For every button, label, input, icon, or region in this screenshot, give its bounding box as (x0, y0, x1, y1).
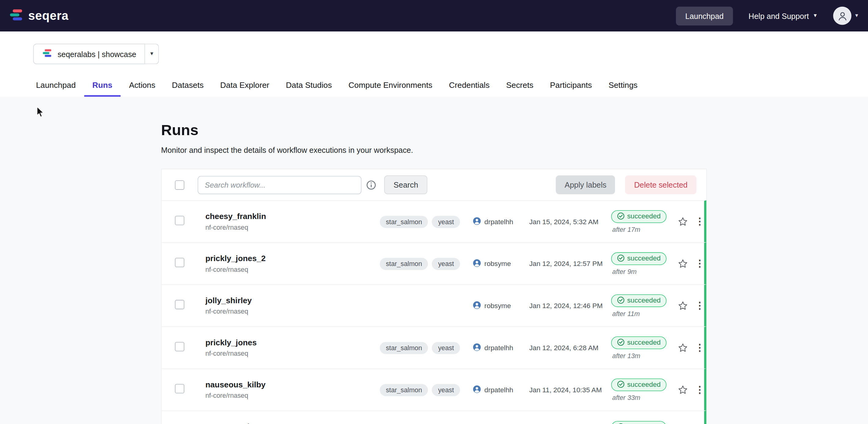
run-checkbox[interactable] (175, 258, 184, 267)
run-duration: after 13m (612, 352, 640, 359)
star-button[interactable] (673, 258, 692, 269)
tab-participants[interactable]: Participants (542, 75, 600, 97)
run-name[interactable]: prickly_jones_2 (206, 254, 380, 263)
run-label-pill: star_salmon (380, 341, 428, 354)
run-row[interactable]: nauseous_kilby nf-core/rnaseq star_salmo… (162, 368, 707, 411)
tab-credentials[interactable]: Credentials (441, 75, 498, 97)
search-input[interactable] (198, 176, 362, 194)
star-icon (677, 385, 688, 395)
row-menu-button[interactable]: ⋮ (692, 217, 708, 226)
run-status-cell: succeeded (611, 421, 673, 424)
run-user-cell: robsyme (473, 259, 529, 269)
help-and-support-label: Help and Support (749, 11, 809, 20)
run-duration: after 33m (612, 394, 640, 401)
search-button[interactable]: Search (384, 175, 428, 194)
run-user-cell: robsyme (473, 301, 529, 311)
run-user-name: drpatelhh (484, 386, 513, 393)
user-circle-icon (473, 301, 481, 311)
workspace-name: seqeralabs | showcase (58, 50, 136, 58)
run-label-pill: yeast (432, 215, 460, 228)
kebab-menu-icon: ⋮ (695, 259, 705, 268)
run-row[interactable]: prickly_jones_2 nf-core/rnaseq star_salm… (162, 242, 707, 284)
run-user-cell: drpatelhh (473, 343, 529, 353)
chevron-down-icon: ▼ (149, 52, 154, 57)
run-date: Jan 12, 2024, 12:46 PM (529, 302, 611, 309)
run-row[interactable]: nauseous_jones nf-core/rnaseq star_salmo… (162, 411, 707, 424)
run-name[interactable]: nauseous_kilby (206, 380, 380, 389)
page-subtitle: Monitor and inspect the details of workf… (161, 145, 868, 154)
star-button[interactable] (673, 216, 692, 227)
status-badge: succeeded (611, 421, 666, 424)
main-content: Runs Monitor and inspect the details of … (0, 97, 868, 424)
user-circle-icon (473, 259, 481, 269)
workspace-dropdown-button[interactable]: ▼ (145, 44, 159, 64)
run-pipeline: nf-core/rnaseq (206, 266, 380, 273)
run-date: Jan 11, 2024, 10:35 AM (529, 386, 611, 393)
run-main-cell: prickly_jones_2 nf-core/rnaseq (206, 254, 380, 273)
workspace-logo-icon (42, 48, 52, 60)
run-user-name: drpatelhh (484, 218, 513, 225)
run-checkbox[interactable] (175, 216, 184, 225)
workspace-selector-main[interactable]: seqeralabs | showcase (33, 44, 145, 64)
select-all-checkbox[interactable] (175, 180, 184, 189)
run-name[interactable]: cheesy_franklin (206, 212, 380, 221)
star-icon (677, 300, 688, 311)
launchpad-button[interactable]: Launchpad (676, 6, 733, 25)
run-label-pill: star_salmon (380, 384, 428, 396)
app-root: seqera Launchpad Help and Support ▼ ▼ (0, 0, 868, 424)
run-name[interactable]: jolly_shirley (206, 296, 380, 305)
row-menu-button[interactable]: ⋮ (692, 259, 708, 268)
top-navbar: seqera Launchpad Help and Support ▼ ▼ (0, 0, 868, 31)
info-icon[interactable] (367, 180, 376, 189)
tab-data-explorer[interactable]: Data Explorer (212, 75, 277, 97)
status-badge: succeeded (611, 210, 666, 223)
run-main-cell: prickly_jones nf-core/rnaseq (206, 338, 380, 357)
run-checkbox[interactable] (175, 384, 184, 393)
run-pipeline: nf-core/rnaseq (206, 224, 380, 231)
status-label: succeeded (627, 254, 661, 262)
seqera-logo-icon (9, 7, 23, 24)
run-checkbox-cell (175, 342, 206, 354)
kebab-menu-icon: ⋮ (695, 385, 705, 394)
user-menu[interactable]: ▼ (833, 7, 859, 25)
tab-runs[interactable]: Runs (84, 75, 121, 97)
apply-labels-button[interactable]: Apply labels (556, 175, 615, 194)
kebab-menu-icon: ⋮ (695, 343, 705, 353)
run-duration: after 17m (612, 225, 640, 233)
star-button[interactable] (673, 385, 692, 395)
run-status-cell: succeeded after 17m (611, 210, 673, 233)
status-label: succeeded (627, 380, 661, 388)
tab-actions[interactable]: Actions (121, 75, 163, 97)
run-row[interactable]: cheesy_franklin nf-core/rnaseq star_salm… (162, 200, 707, 242)
run-labels: star_salmonyeast (380, 341, 473, 354)
tab-settings[interactable]: Settings (600, 75, 646, 97)
run-checkbox[interactable] (175, 342, 184, 351)
run-name[interactable]: nauseous_jones (206, 422, 380, 424)
run-row[interactable]: prickly_jones nf-core/rnaseq star_salmon… (162, 326, 707, 368)
row-menu-button[interactable]: ⋮ (692, 301, 708, 311)
tab-data-studios[interactable]: Data Studios (278, 75, 340, 97)
run-label-pill: star_salmon (380, 257, 428, 270)
tab-compute-environments[interactable]: Compute Environments (340, 75, 441, 97)
star-button[interactable] (673, 343, 692, 353)
run-label-pill: yeast (432, 257, 460, 270)
help-and-support-menu[interactable]: Help and Support ▼ (749, 11, 818, 20)
status-label: succeeded (627, 212, 661, 220)
star-button[interactable] (673, 300, 692, 311)
star-icon (677, 343, 688, 353)
row-menu-button[interactable]: ⋮ (692, 343, 708, 353)
navbar-right: Launchpad Help and Support ▼ ▼ (676, 6, 859, 25)
run-duration: after 11m (612, 309, 640, 317)
tab-datasets[interactable]: Datasets (163, 75, 212, 97)
workspace-selector-row: seqeralabs | showcase ▼ (0, 31, 868, 64)
tab-secrets[interactable]: Secrets (498, 75, 542, 97)
run-pipeline: nf-core/rnaseq (206, 350, 380, 357)
tab-launchpad[interactable]: Launchpad (28, 75, 84, 97)
check-circle-icon (617, 381, 624, 388)
run-name[interactable]: prickly_jones (206, 338, 380, 347)
check-circle-icon (617, 254, 624, 262)
row-menu-button[interactable]: ⋮ (692, 385, 708, 394)
run-row[interactable]: jolly_shirley nf-core/rnaseq robsyme Jan… (162, 284, 707, 326)
run-checkbox[interactable] (175, 300, 184, 309)
delete-selected-button[interactable]: Delete selected (625, 175, 696, 194)
